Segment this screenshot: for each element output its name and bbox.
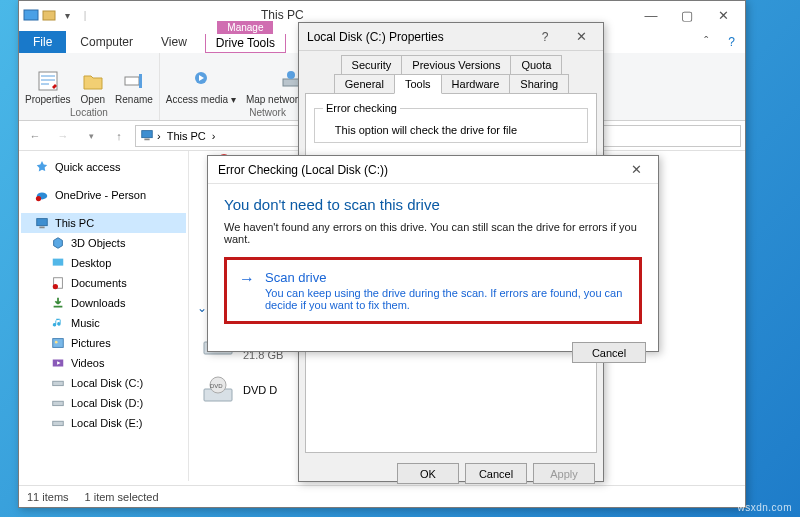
back-button[interactable]: ← (23, 124, 47, 148)
crumb-separator[interactable]: › (154, 130, 164, 142)
tab-previous-versions[interactable]: Previous Versions (401, 55, 511, 75)
cancel-button[interactable]: Cancel (572, 342, 646, 363)
error-checking-buttons: Cancel (208, 336, 658, 373)
error-checking-dialog: Error Checking (Local Disk (C:)) ✕ You d… (207, 155, 659, 352)
svg-rect-15 (53, 259, 64, 266)
sidebar-item-local-disk-c[interactable]: Local Disk (C:) (21, 373, 186, 393)
help-icon[interactable]: ? (718, 31, 745, 53)
sidebar-onedrive[interactable]: OneDrive - Person (21, 185, 186, 205)
sidebar-item-videos[interactable]: Videos (21, 353, 186, 373)
app-icon (23, 7, 39, 23)
tab-general[interactable]: General (334, 74, 395, 94)
cancel-button[interactable]: Cancel (465, 463, 527, 484)
svg-rect-22 (53, 401, 64, 405)
minimize-button[interactable]: — (633, 2, 669, 28)
svg-point-7 (287, 71, 295, 79)
ribbon-group-location: Properties Open Rename Location (19, 53, 160, 120)
dialog-heading: You don't need to scan this drive (224, 196, 642, 213)
svg-point-19 (55, 341, 58, 344)
context-header: Manage (217, 21, 273, 34)
sidebar-item-downloads[interactable]: Downloads (21, 293, 186, 313)
svg-rect-18 (53, 339, 64, 348)
tab-hardware[interactable]: Hardware (441, 74, 511, 94)
qat-item[interactable] (41, 7, 57, 23)
tab-computer[interactable]: Computer (66, 31, 147, 53)
access-media-button[interactable]: Access media ▾ (166, 69, 236, 105)
scan-drive-option[interactable]: → Scan drive You can keep using the driv… (224, 257, 642, 324)
tab-quota[interactable]: Quota (510, 55, 562, 75)
group-label-location: Location (70, 107, 108, 118)
error-checking-text: This option will check the drive for fil… (335, 124, 517, 136)
svg-rect-13 (37, 219, 48, 226)
svg-rect-6 (283, 79, 299, 86)
dialog-message: We haven't found any errors on this driv… (224, 221, 642, 245)
search-input[interactable]: ... (591, 125, 741, 147)
status-bar: 11 items 1 item selected (19, 485, 745, 507)
error-checking-legend: Error checking (323, 102, 400, 114)
window-controls: — ▢ ✕ (633, 2, 741, 28)
sidebar-item-music[interactable]: Music (21, 313, 186, 333)
sidebar-item-local-disk-d[interactable]: Local Disk (D:) (21, 393, 186, 413)
status-selection: 1 item selected (85, 491, 159, 503)
open-button[interactable]: Open (81, 69, 105, 105)
qat-separator: | (77, 7, 93, 23)
properties-buttons: OK Cancel Apply (299, 459, 603, 488)
apply-button[interactable]: Apply (533, 463, 595, 484)
svg-point-12 (36, 196, 41, 201)
tab-sharing[interactable]: Sharing (509, 74, 569, 94)
ok-button[interactable]: OK (397, 463, 459, 484)
crumb-this-pc[interactable]: This PC (164, 130, 209, 142)
close-button[interactable]: ✕ (618, 157, 654, 183)
crumb-separator[interactable]: › (209, 130, 219, 142)
svg-rect-10 (144, 138, 149, 140)
sidebar-item-documents[interactable]: Documents (21, 273, 186, 293)
error-checking-group: Error checking • This option will check … (314, 102, 588, 143)
nav-pane[interactable]: Quick access OneDrive - Person This PC 3… (19, 151, 189, 481)
up-button[interactable]: ↑ (107, 124, 131, 148)
maximize-button[interactable]: ▢ (669, 2, 705, 28)
drive-name: DVD D (243, 384, 277, 396)
svg-rect-4 (139, 74, 142, 88)
svg-rect-9 (142, 130, 153, 137)
forward-button[interactable]: → (51, 124, 75, 148)
sidebar-item-3d-objects[interactable]: 3D Objects (21, 233, 186, 253)
chevron-down-icon: ⌄ (197, 301, 207, 315)
ribbon-collapse-icon[interactable]: ˆ (694, 31, 718, 53)
dialog-title: Error Checking (Local Disk (C:)) (218, 163, 388, 177)
properties-tabs: Security Previous Versions Quota General… (299, 51, 603, 93)
sidebar-this-pc-children: 3D Objects Desktop Documents Downloads M… (21, 233, 186, 433)
window-title: This PC (261, 8, 304, 22)
close-button[interactable]: ✕ (705, 2, 741, 28)
pc-icon (140, 128, 154, 144)
properties-button[interactable]: Properties (25, 69, 71, 105)
watermark: wsxdn.com (737, 502, 792, 513)
tab-file[interactable]: File (19, 31, 66, 53)
help-button[interactable]: ? (527, 24, 563, 50)
svg-rect-21 (53, 381, 64, 385)
dialog-title: Local Disk (C:) Properties (307, 30, 444, 44)
qat-dropdown-icon[interactable]: ▾ (59, 7, 75, 23)
close-button[interactable]: ✕ (563, 24, 599, 50)
svg-rect-23 (53, 421, 64, 425)
tab-drive-tools[interactable]: Drive Tools (205, 34, 286, 53)
svg-rect-0 (24, 10, 38, 20)
sidebar-item-pictures[interactable]: Pictures (21, 333, 186, 353)
sidebar-item-local-disk-e[interactable]: Local Disk (E:) (21, 413, 186, 433)
sidebar-item-desktop[interactable]: Desktop (21, 253, 186, 273)
sidebar-quick-access[interactable]: Quick access (21, 157, 186, 177)
svg-rect-3 (125, 77, 139, 85)
arrow-right-icon: → (239, 270, 255, 311)
tab-tools[interactable]: Tools (394, 74, 442, 94)
sidebar-this-pc[interactable]: This PC (21, 213, 186, 233)
rename-button[interactable]: Rename (115, 69, 153, 105)
tab-security[interactable]: Security (341, 55, 403, 75)
recent-locations-button[interactable]: ▾ (79, 124, 103, 148)
quick-access-toolbar: ▾ | (23, 7, 93, 23)
context-tab-group: Manage Drive Tools (205, 21, 286, 53)
error-checking-title-bar[interactable]: Error Checking (Local Disk (C:)) ✕ (208, 156, 658, 184)
svg-rect-14 (39, 227, 44, 229)
scan-drive-description: You can keep using the drive during the … (265, 287, 627, 311)
properties-title-bar[interactable]: Local Disk (C:) Properties ? ✕ (299, 23, 603, 51)
tab-view[interactable]: View (147, 31, 201, 53)
svg-point-17 (53, 284, 58, 289)
